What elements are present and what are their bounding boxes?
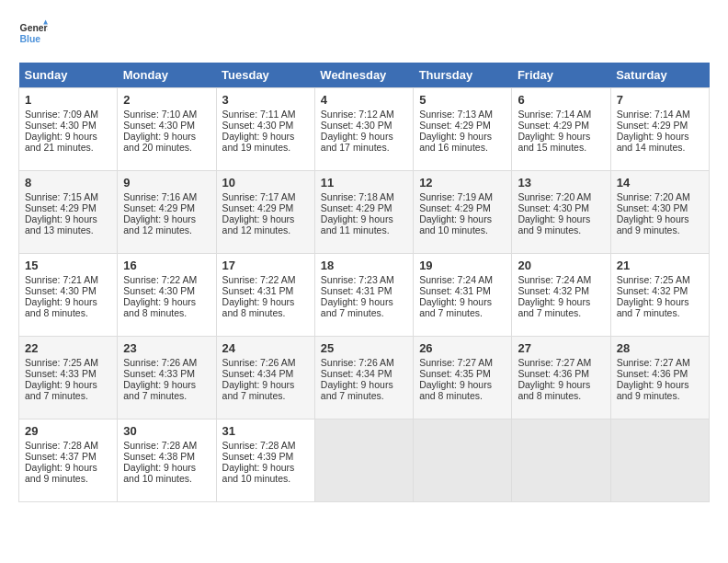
sunset-text: Sunset: 4:33 PM <box>123 368 195 379</box>
calendar-cell: 12Sunrise: 7:19 AMSunset: 4:29 PMDayligh… <box>414 171 512 254</box>
calendar-cell: 6Sunrise: 7:14 AMSunset: 4:29 PMDaylight… <box>512 88 610 171</box>
daylight-text: Daylight: 9 hours and 11 minutes. <box>321 213 393 236</box>
column-header-tuesday: Tuesday <box>216 63 314 88</box>
sunset-text: Sunset: 4:31 PM <box>321 285 392 296</box>
sunrise-text: Sunrise: 7:27 AM <box>617 357 690 368</box>
day-number: 1 <box>25 93 111 107</box>
sunset-text: Sunset: 4:32 PM <box>617 285 688 296</box>
column-header-wednesday: Wednesday <box>314 63 413 88</box>
day-number: 2 <box>123 93 210 107</box>
calendar-cell: 21Sunrise: 7:25 AMSunset: 4:32 PMDayligh… <box>610 254 709 337</box>
daylight-text: Daylight: 9 hours and 8 minutes. <box>123 296 196 318</box>
day-number: 30 <box>123 424 210 438</box>
sunrise-text: Sunrise: 7:14 AM <box>518 109 591 120</box>
sunset-text: Sunset: 4:29 PM <box>419 202 491 213</box>
calendar-header-row: SundayMondayTuesdayWednesdayThursdayFrid… <box>19 63 710 88</box>
calendar-cell <box>314 419 413 502</box>
daylight-text: Daylight: 9 hours and 13 minutes. <box>25 213 97 236</box>
daylight-text: Daylight: 9 hours and 8 minutes. <box>25 296 97 318</box>
calendar-cell <box>512 419 610 502</box>
sunset-text: Sunset: 4:29 PM <box>321 202 392 213</box>
calendar-cell: 14Sunrise: 7:20 AMSunset: 4:30 PMDayligh… <box>610 171 709 254</box>
calendar-week-row: 29Sunrise: 7:28 AMSunset: 4:37 PMDayligh… <box>19 419 710 502</box>
day-number: 9 <box>123 176 210 190</box>
sunrise-text: Sunrise: 7:24 AM <box>518 274 591 285</box>
day-number: 31 <box>222 424 309 438</box>
day-number: 4 <box>321 93 407 107</box>
calendar-table: SundayMondayTuesdayWednesdayThursdayFrid… <box>18 63 710 502</box>
sunset-text: Sunset: 4:30 PM <box>25 120 97 131</box>
sunset-text: Sunset: 4:32 PM <box>518 285 589 296</box>
daylight-text: Daylight: 9 hours and 21 minutes. <box>25 131 97 153</box>
calendar-cell: 29Sunrise: 7:28 AMSunset: 4:37 PMDayligh… <box>19 419 118 502</box>
calendar-cell: 13Sunrise: 7:20 AMSunset: 4:30 PMDayligh… <box>512 171 610 254</box>
day-number: 3 <box>222 93 309 107</box>
daylight-text: Daylight: 9 hours and 17 minutes. <box>321 131 393 153</box>
sunset-text: Sunset: 4:34 PM <box>222 368 294 379</box>
sunset-text: Sunset: 4:36 PM <box>518 368 589 379</box>
daylight-text: Daylight: 9 hours and 16 minutes. <box>419 131 492 153</box>
day-number: 23 <box>123 341 210 355</box>
daylight-text: Daylight: 9 hours and 7 minutes. <box>518 296 590 318</box>
daylight-text: Daylight: 9 hours and 7 minutes. <box>123 379 196 401</box>
sunrise-text: Sunrise: 7:12 AM <box>321 109 394 120</box>
sunrise-text: Sunrise: 7:13 AM <box>419 109 493 120</box>
sunset-text: Sunset: 4:37 PM <box>25 451 97 462</box>
daylight-text: Daylight: 9 hours and 10 minutes. <box>222 462 295 484</box>
sunset-text: Sunset: 4:30 PM <box>123 120 195 131</box>
column-header-friday: Friday <box>512 63 610 88</box>
sunset-text: Sunset: 4:29 PM <box>25 202 97 213</box>
daylight-text: Daylight: 9 hours and 8 minutes. <box>222 296 295 318</box>
sunset-text: Sunset: 4:35 PM <box>419 368 491 379</box>
daylight-text: Daylight: 9 hours and 10 minutes. <box>419 213 492 236</box>
sunrise-text: Sunrise: 7:18 AM <box>321 191 394 202</box>
sunset-text: Sunset: 4:36 PM <box>617 368 688 379</box>
column-header-sunday: Sunday <box>19 63 118 88</box>
calendar-cell: 5Sunrise: 7:13 AMSunset: 4:29 PMDaylight… <box>414 88 512 171</box>
calendar-cell: 15Sunrise: 7:21 AMSunset: 4:30 PMDayligh… <box>19 254 118 337</box>
sunset-text: Sunset: 4:29 PM <box>123 202 195 213</box>
calendar-week-row: 15Sunrise: 7:21 AMSunset: 4:30 PMDayligh… <box>19 254 710 337</box>
calendar-cell <box>414 419 512 502</box>
sunrise-text: Sunrise: 7:20 AM <box>617 191 690 202</box>
calendar-cell: 19Sunrise: 7:24 AMSunset: 4:31 PMDayligh… <box>414 254 512 337</box>
sunrise-text: Sunrise: 7:24 AM <box>419 274 493 285</box>
day-number: 24 <box>222 341 309 355</box>
daylight-text: Daylight: 9 hours and 19 minutes. <box>222 131 295 153</box>
page-header: General Blue <box>18 18 710 48</box>
sunset-text: Sunset: 4:30 PM <box>123 285 195 296</box>
calendar-cell: 22Sunrise: 7:25 AMSunset: 4:33 PMDayligh… <box>19 337 118 419</box>
sunset-text: Sunset: 4:30 PM <box>222 120 294 131</box>
daylight-text: Daylight: 9 hours and 7 minutes. <box>321 379 393 401</box>
sunset-text: Sunset: 4:31 PM <box>419 285 491 296</box>
day-number: 11 <box>321 176 407 190</box>
calendar-week-row: 1Sunrise: 7:09 AMSunset: 4:30 PMDaylight… <box>19 88 710 171</box>
sunrise-text: Sunrise: 7:16 AM <box>123 191 197 202</box>
calendar-cell: 4Sunrise: 7:12 AMSunset: 4:30 PMDaylight… <box>314 88 413 171</box>
sunrise-text: Sunrise: 7:26 AM <box>123 357 197 368</box>
day-number: 8 <box>25 176 111 190</box>
day-number: 10 <box>222 176 309 190</box>
day-number: 18 <box>321 259 407 272</box>
sunrise-text: Sunrise: 7:28 AM <box>222 440 296 451</box>
sunrise-text: Sunrise: 7:25 AM <box>25 357 98 368</box>
sunrise-text: Sunrise: 7:14 AM <box>617 109 690 120</box>
day-number: 19 <box>419 259 506 272</box>
calendar-cell: 8Sunrise: 7:15 AMSunset: 4:29 PMDaylight… <box>19 171 118 254</box>
daylight-text: Daylight: 9 hours and 12 minutes. <box>222 213 295 236</box>
day-number: 15 <box>25 259 111 272</box>
calendar-cell: 18Sunrise: 7:23 AMSunset: 4:31 PMDayligh… <box>314 254 413 337</box>
sunrise-text: Sunrise: 7:17 AM <box>222 191 296 202</box>
day-number: 22 <box>25 341 111 355</box>
day-number: 5 <box>419 93 506 107</box>
calendar-week-row: 8Sunrise: 7:15 AMSunset: 4:29 PMDaylight… <box>19 171 710 254</box>
sunset-text: Sunset: 4:30 PM <box>25 285 97 296</box>
calendar-cell: 2Sunrise: 7:10 AMSunset: 4:30 PMDaylight… <box>118 88 216 171</box>
day-number: 6 <box>518 93 604 107</box>
calendar-cell: 28Sunrise: 7:27 AMSunset: 4:36 PMDayligh… <box>610 337 709 419</box>
sunrise-text: Sunrise: 7:27 AM <box>518 357 591 368</box>
svg-text:General: General <box>20 23 48 33</box>
daylight-text: Daylight: 9 hours and 9 minutes. <box>518 213 590 236</box>
calendar-cell: 25Sunrise: 7:26 AMSunset: 4:34 PMDayligh… <box>314 337 413 419</box>
calendar-cell: 10Sunrise: 7:17 AMSunset: 4:29 PMDayligh… <box>216 171 314 254</box>
